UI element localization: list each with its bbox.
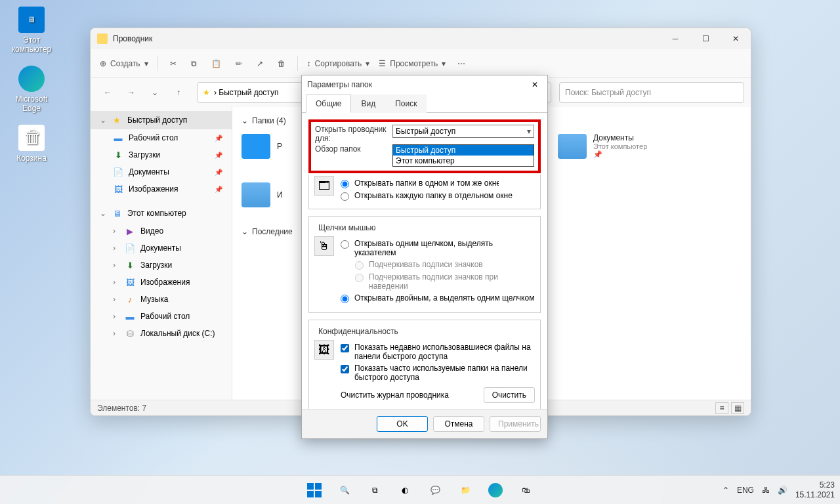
status-text: Элементов: 7: [97, 404, 146, 413]
minimize-button[interactable]: ─: [660, 28, 690, 49]
pin-icon: 📌: [215, 186, 222, 193]
radio-new-window[interactable]: [341, 192, 349, 201]
check-show-recent-files[interactable]: [341, 344, 349, 352]
folder-icon: [97, 33, 108, 44]
folder-icon: [242, 134, 270, 159]
apply-button: Применить: [490, 416, 541, 432]
tab-search[interactable]: Поиск: [385, 94, 427, 113]
tray-network-icon[interactable]: 🖧: [762, 486, 770, 495]
sidebar-item-local-disk[interactable]: ›⛁Локальный диск (C:): [91, 325, 232, 342]
recent-button[interactable]: ⌄: [144, 82, 165, 103]
folder-options-dialog: Параметры папок ✕ Общие Вид Поиск Открыт…: [301, 75, 548, 439]
view-large-button[interactable]: ▦: [731, 402, 744, 414]
up-button[interactable]: ↑: [168, 82, 189, 103]
pin-icon: 📌: [215, 169, 222, 176]
new-button[interactable]: ⊕Создать▾: [100, 59, 148, 68]
dialog-title: Параметры папок: [307, 80, 528, 89]
more-icon[interactable]: ⋯: [455, 56, 468, 71]
titlebar[interactable]: Проводник ─ ☐ ✕: [91, 28, 751, 49]
sidebar-item-documents2[interactable]: ›📄Документы: [91, 240, 232, 257]
sidebar-item-documents[interactable]: 📄Документы📌: [91, 163, 232, 180]
dropdown-option-this-pc[interactable]: Этот компьютер: [393, 156, 534, 166]
edge-taskbar-button[interactable]: [482, 477, 509, 503]
folder-icon: [558, 134, 587, 159]
pin-icon: 📌: [215, 135, 222, 142]
rename-icon[interactable]: ✏: [233, 56, 245, 71]
clear-button[interactable]: Очистить: [484, 387, 535, 403]
dropdown-option-quick-access[interactable]: Быстрый доступ: [393, 145, 534, 156]
tab-general[interactable]: Общие: [306, 94, 351, 113]
dialog-close-button[interactable]: ✕: [528, 79, 542, 91]
sidebar-item-music[interactable]: ›♪Музыка: [91, 291, 232, 308]
edge-icon: [18, 66, 45, 92]
sidebar-this-pc[interactable]: ⌄🖥Этот компьютер: [91, 204, 232, 222]
share-icon[interactable]: ↗: [254, 56, 266, 71]
explorer-taskbar-button[interactable]: 📁: [452, 477, 478, 503]
maximize-button[interactable]: ☐: [690, 28, 721, 49]
sidebar-quick-access[interactable]: ⌄★Быстрый доступ: [91, 111, 232, 129]
open-for-label: Открыть проводник для:: [315, 125, 387, 143]
desktop-icon-edge[interactable]: Microsoft Edge: [7, 66, 56, 113]
radio-single-click[interactable]: [341, 240, 349, 249]
desktop-icon-recycle-bin[interactable]: Корзина: [7, 125, 56, 163]
highlighted-area: Открыть проводник для: Быстрый доступ Об…: [308, 119, 541, 173]
sidebar-item-videos[interactable]: ›▶Видео: [91, 222, 232, 240]
sidebar-item-desktop[interactable]: ▬Рабочий стол📌: [91, 129, 232, 146]
view-details-button[interactable]: ≡: [715, 402, 728, 414]
view-menu[interactable]: ☰Просмотреть▾: [379, 59, 446, 68]
browse-preview-icon: 🗔: [314, 176, 334, 196]
star-icon: ★: [112, 115, 122, 125]
dialog-tabs: Общие Вид Поиск: [302, 94, 547, 113]
ok-button[interactable]: OK: [377, 416, 428, 432]
radio-underline-always: [355, 261, 364, 270]
start-button[interactable]: [301, 477, 327, 503]
copy-icon[interactable]: ⧉: [188, 56, 200, 71]
delete-icon[interactable]: 🗑: [275, 56, 288, 71]
privacy-legend: Конфиденциальность: [316, 327, 401, 336]
store-taskbar-button[interactable]: 🛍: [513, 477, 539, 503]
pin-icon: 📌: [215, 152, 222, 159]
forward-button[interactable]: →: [121, 82, 142, 103]
clicks-legend: Щелчки мышью: [316, 223, 379, 232]
paste-icon[interactable]: 📋: [209, 56, 224, 71]
sidebar-item-pictures2[interactable]: ›🖼Изображения: [91, 274, 232, 291]
open-for-combo[interactable]: Быстрый доступ: [392, 125, 534, 138]
search-button[interactable]: 🔍: [331, 477, 358, 503]
tray-language[interactable]: ENG: [737, 486, 754, 495]
radio-double-click[interactable]: [341, 295, 349, 303]
widgets-button[interactable]: ◐: [392, 477, 418, 503]
folder-icon: [242, 182, 270, 207]
taskbar: 🔍 ⧉ ◐ 💬 📁 🛍 ⌃ ENG 🖧 🔊 5:23 15.11.2021: [0, 475, 840, 504]
sidebar-item-downloads2[interactable]: ›⬇Загрузки: [91, 257, 232, 274]
star-icon: ★: [203, 88, 210, 97]
search-input[interactable]: Поиск: Быстрый доступ: [559, 82, 744, 103]
open-for-dropdown: Быстрый доступ Этот компьютер: [392, 144, 534, 167]
tray-chevron[interactable]: ⌃: [723, 486, 729, 495]
radio-underline-hover: [355, 274, 364, 282]
breadcrumb: Быстрый доступ: [219, 88, 278, 97]
cancel-button[interactable]: Отмена: [433, 416, 484, 432]
window-title: Проводник: [113, 34, 660, 43]
chat-button[interactable]: 💬: [422, 477, 448, 503]
folder-item-documents[interactable]: ДокументыЭтот компьютер📌: [558, 133, 682, 159]
tab-view[interactable]: Вид: [351, 94, 385, 113]
pc-icon: 🖥: [112, 208, 122, 219]
recycle-bin-icon: [18, 125, 45, 151]
sidebar-item-downloads[interactable]: ⬇Загрузки📌: [91, 146, 232, 163]
close-button[interactable]: ✕: [721, 28, 751, 49]
browse-label: Обзор папок: [315, 144, 387, 154]
sort-menu[interactable]: ↕Сортировать▾: [307, 59, 370, 68]
tray-volume-icon[interactable]: 🔊: [778, 486, 788, 495]
tray-clock[interactable]: 5:23 15.11.2021: [795, 480, 835, 499]
sidebar-item-desktop2[interactable]: ›▬Рабочий стол: [91, 308, 232, 325]
dialog-titlebar[interactable]: Параметры папок ✕: [302, 75, 547, 94]
back-button[interactable]: ←: [97, 82, 118, 103]
sidebar-item-pictures[interactable]: 🖼Изображения📌: [91, 180, 232, 198]
privacy-preview-icon: 🖼: [314, 340, 334, 360]
desktop-icon-this-pc[interactable]: 🖥 Этот компьютер: [7, 7, 56, 54]
cut-icon[interactable]: ✂: [167, 56, 179, 71]
radio-same-window[interactable]: [341, 180, 349, 188]
task-view-button[interactable]: ⧉: [362, 477, 388, 503]
toolbar: ⊕Создать▾ ✂ ⧉ 📋 ✏ ↗ 🗑 ↕Сортировать▾ ☰Про…: [91, 49, 751, 78]
check-show-frequent-folders[interactable]: [341, 365, 349, 373]
